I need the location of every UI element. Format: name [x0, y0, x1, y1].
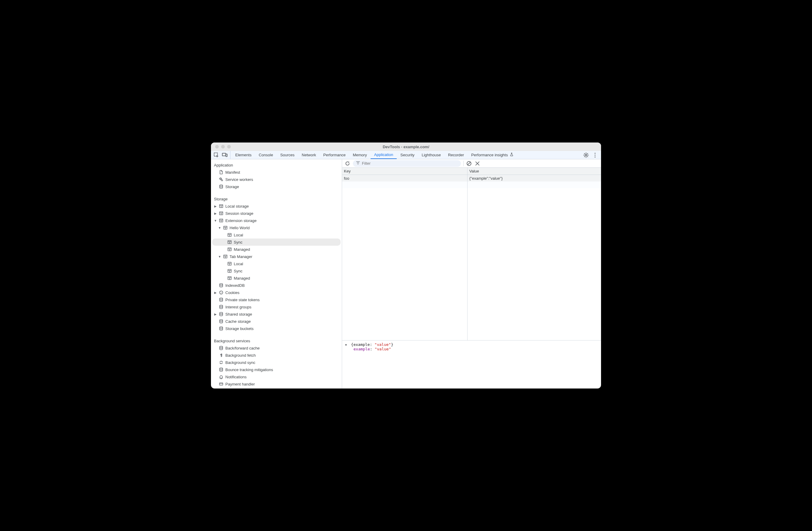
close-window-icon[interactable]	[215, 145, 219, 148]
tab-application[interactable]: Application	[371, 151, 397, 159]
sidebar-item-label: Private state tokens	[226, 298, 260, 302]
tab-memory[interactable]: Memory	[349, 151, 371, 159]
sidebar-item-interest-groups[interactable]: ▶Interest groups	[211, 303, 342, 310]
sidebar-item-cookies[interactable]: ▶Cookies	[211, 289, 342, 296]
table-icon	[219, 204, 223, 208]
preview-summary-prefix: {example:	[351, 342, 375, 347]
table-icon	[219, 218, 223, 223]
sidebar-item-background-sync[interactable]: ▶Background sync	[211, 359, 342, 366]
sidebar-item-label: Local	[234, 262, 243, 266]
preview-summary-value: "value"	[375, 342, 391, 347]
sidebar-item-label: Sync	[234, 269, 243, 273]
db-icon	[219, 367, 223, 372]
expand-arrow-icon[interactable]: ▼	[345, 343, 349, 346]
svg-point-47	[221, 293, 221, 294]
minimize-window-icon[interactable]	[221, 145, 225, 148]
sidebar-item-private-state-tokens[interactable]: ▶Private state tokens	[211, 296, 342, 303]
tab-label: Elements	[235, 153, 251, 157]
chevron-down-icon[interactable]: ▼	[218, 226, 221, 230]
devtools-window: DevTools - example.com/ ElementsConsoleS…	[211, 143, 601, 388]
table-row[interactable]: foo	[342, 175, 467, 181]
sidebar-item-tab-manager[interactable]: ▼Tab Manager	[211, 253, 342, 260]
payment-icon	[219, 382, 223, 386]
sidebar-item-indexeddb[interactable]: ▶IndexedDB	[211, 282, 342, 289]
inspect-element-icon[interactable]	[213, 152, 219, 158]
db-icon	[219, 297, 223, 302]
chevron-right-icon[interactable]: ▶	[214, 313, 217, 316]
tab-performance[interactable]: Performance	[320, 151, 349, 159]
sidebar-item-managed[interactable]: ▶Managed	[211, 275, 342, 282]
tab-label: Console	[259, 153, 273, 157]
table-row[interactable]: {"example":"value"}	[467, 175, 601, 181]
chevron-right-icon[interactable]: ▶	[214, 291, 217, 294]
toolbar-left-group	[211, 151, 230, 159]
sidebar-item-label: Local	[234, 233, 243, 237]
svg-rect-1	[222, 153, 226, 156]
sidebar-item-hello-world[interactable]: ▼Hello World	[211, 224, 342, 231]
sidebar-item-local-storage[interactable]: ▶Local storage	[211, 203, 342, 210]
sidebar-item-label: IndexedDB	[226, 283, 245, 288]
zoom-window-icon[interactable]	[227, 145, 231, 148]
svg-point-49	[220, 305, 223, 306]
tab-label: Network	[302, 153, 316, 157]
tab-security[interactable]: Security	[397, 151, 418, 159]
db-icon	[219, 184, 223, 189]
sidebar-item-background-fetch[interactable]: ▶Background fetch	[211, 352, 342, 359]
sidebar-item-label: Back/forward cache	[226, 346, 260, 350]
tab-performance-insights[interactable]: Performance insights	[467, 151, 517, 159]
tab-recorder[interactable]: Recorder	[445, 151, 467, 159]
refresh-icon[interactable]	[345, 161, 350, 166]
tab-label: Recorder	[448, 153, 464, 157]
sidebar-item-local[interactable]: ▶Local	[211, 231, 342, 238]
sidebar-item-label: Session storage	[226, 211, 253, 216]
main-toolbar: ElementsConsoleSourcesNetworkPerformance…	[211, 151, 601, 159]
sidebar-item-sync[interactable]: ▶Sync	[212, 238, 340, 246]
value-column-header[interactable]: Value	[467, 168, 601, 175]
sidebar-item-sync[interactable]: ▶Sync	[211, 267, 342, 275]
settings-icon[interactable]	[583, 152, 589, 158]
clear-all-icon[interactable]	[466, 161, 472, 166]
tab-network[interactable]: Network	[298, 151, 320, 159]
chevron-down-icon[interactable]: ▼	[214, 219, 217, 222]
filter-box[interactable]	[353, 160, 461, 167]
window-title: DevTools - example.com/	[211, 145, 601, 149]
chevron-right-icon[interactable]: ▶	[214, 205, 217, 208]
sidebar-item-manifest[interactable]: ▶Manifest	[211, 168, 342, 176]
preview-prop-key: example	[353, 347, 370, 351]
sidebar-item-payment-handler[interactable]: ▶Payment handler	[211, 380, 342, 388]
value-preview: ▼ {example: "value"} example: "value"	[342, 340, 601, 388]
sidebar-item-label: Storage buckets	[226, 326, 253, 331]
tab-elements[interactable]: Elements	[232, 151, 255, 159]
more-options-icon[interactable]	[592, 152, 598, 158]
sidebar-item-extension-storage[interactable]: ▼Extension storage	[211, 217, 342, 224]
tab-label: Sources	[280, 153, 295, 157]
svg-point-52	[220, 327, 223, 328]
tab-console[interactable]: Console	[255, 151, 277, 159]
sidebar-item-cache-storage[interactable]: ▶Cache storage	[211, 318, 342, 325]
preview-summary[interactable]: ▼ {example: "value"}	[345, 342, 598, 347]
chevron-right-icon[interactable]: ▶	[214, 212, 217, 215]
delete-selected-icon[interactable]	[475, 161, 480, 166]
sidebar-item-bounce-tracking-mitigations[interactable]: ▶Bounce tracking mitigations	[211, 366, 342, 373]
tab-label: Performance	[323, 153, 345, 157]
db-icon	[219, 326, 223, 331]
device-toolbar-icon[interactable]	[222, 152, 228, 158]
sidebar-item-storage-buckets[interactable]: ▶Storage buckets	[211, 325, 342, 332]
sidebar-item-service-workers[interactable]: ▶Service workers	[211, 176, 342, 183]
sidebar-item-label: Cookies	[226, 291, 240, 295]
sidebar-item-local[interactable]: ▶Local	[211, 260, 342, 267]
filter-input[interactable]	[362, 161, 458, 166]
chevron-down-icon[interactable]: ▼	[218, 255, 221, 258]
key-column-header[interactable]: Key	[342, 168, 467, 175]
tab-sources[interactable]: Sources	[277, 151, 298, 159]
sidebar-item-managed[interactable]: ▶Managed	[211, 246, 342, 253]
sidebar-item-storage[interactable]: ▶Storage	[211, 183, 342, 190]
sidebar-item-shared-storage[interactable]: ▶Shared storage	[211, 310, 342, 318]
db-icon	[219, 305, 223, 309]
sidebar-item-notifications[interactable]: ▶Notifications	[211, 373, 342, 380]
sidebar-item-back/forward-cache[interactable]: ▶Back/forward cache	[211, 344, 342, 352]
sidebar-item-label: Sync	[234, 240, 243, 245]
sync-icon	[219, 360, 223, 365]
sidebar-item-session-storage[interactable]: ▶Session storage	[211, 210, 342, 217]
tab-lighthouse[interactable]: Lighthouse	[418, 151, 445, 159]
